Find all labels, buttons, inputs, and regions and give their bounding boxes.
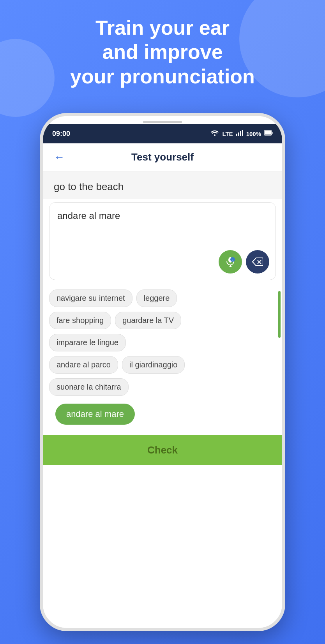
page-title: Test yourself — [131, 151, 194, 163]
delete-icon — [252, 258, 263, 266]
question-area: go to the beach — [43, 171, 282, 199]
chips-row-5: suonare la chitarra — [49, 378, 276, 396]
status-icons: LTE 100% — [210, 130, 273, 138]
hero-line2: and improve — [102, 41, 223, 63]
chips-row-2: fare shopping guardare la TV — [49, 312, 276, 329]
status-time: 09:00 — [52, 130, 70, 138]
chip-andare-parco[interactable]: andare al parco — [49, 356, 118, 374]
chips-row-4: andare al parco il giardinaggio — [49, 356, 276, 374]
scrollbar-thumb — [278, 291, 281, 338]
svg-rect-2 — [238, 132, 239, 136]
battery-icon — [264, 130, 273, 137]
status-bar: 09:00 LTE — [43, 124, 282, 143]
chip-giardinaggio[interactable]: il giardinaggio — [122, 356, 185, 374]
chip-leggere[interactable]: leggere — [136, 289, 177, 307]
svg-rect-3 — [240, 131, 241, 136]
phone-notch — [43, 116, 282, 124]
chip-fare-shopping[interactable]: fare shopping — [49, 312, 111, 329]
scrollbar-track[interactable] — [278, 283, 281, 429]
check-button[interactable]: Check — [43, 435, 282, 465]
word-chips-section: navigare su internet leggere fare shoppi… — [43, 283, 282, 429]
svg-rect-6 — [265, 131, 271, 135]
svg-rect-7 — [272, 132, 273, 134]
svg-point-0 — [214, 134, 215, 136]
chip-navigare[interactable]: navigare su internet — [49, 289, 132, 307]
answer-text: andare al mare — [57, 210, 120, 221]
hero-text: Train your ear and improve your pronunci… — [0, 16, 325, 88]
delete-button[interactable] — [246, 250, 269, 273]
question-text: go to the beach — [54, 181, 124, 192]
mic-button[interactable]: ♪ — [219, 250, 242, 273]
answer-box: andare al mare ♪ — [49, 202, 276, 280]
mic-icon: ♪ — [225, 256, 235, 267]
answer-actions: ♪ — [219, 250, 269, 273]
selected-answer-container: andare al mare — [49, 401, 276, 429]
chips-row-3: imparare le lingue — [49, 334, 276, 351]
phone-frame: 09:00 LTE — [40, 113, 285, 631]
back-arrow-icon: ← — [54, 151, 65, 164]
selected-chip[interactable]: andare al mare — [55, 404, 135, 425]
chip-guardare-tv[interactable]: guardare la TV — [115, 312, 181, 329]
chip-imparare[interactable]: imparare le lingue — [49, 334, 126, 351]
hero-line3: your pronunciation — [70, 65, 255, 88]
svg-text:♪: ♪ — [232, 258, 233, 262]
phone-speaker — [143, 121, 182, 123]
phone-wrapper: 09:00 LTE — [40, 113, 285, 631]
hero-line1: Train your ear — [95, 16, 230, 39]
back-button[interactable]: ← — [51, 149, 68, 166]
wifi-icon — [210, 130, 219, 138]
svg-rect-1 — [236, 134, 237, 136]
chips-row-1: navigare su internet leggere — [49, 289, 276, 307]
chip-suonare[interactable]: suonare la chitarra — [49, 378, 129, 396]
app-header: ← Test yourself — [43, 143, 282, 171]
svg-rect-4 — [242, 130, 243, 136]
battery-label: 100% — [246, 131, 261, 137]
signal-icon — [236, 130, 243, 138]
lte-label: LTE — [222, 131, 233, 137]
